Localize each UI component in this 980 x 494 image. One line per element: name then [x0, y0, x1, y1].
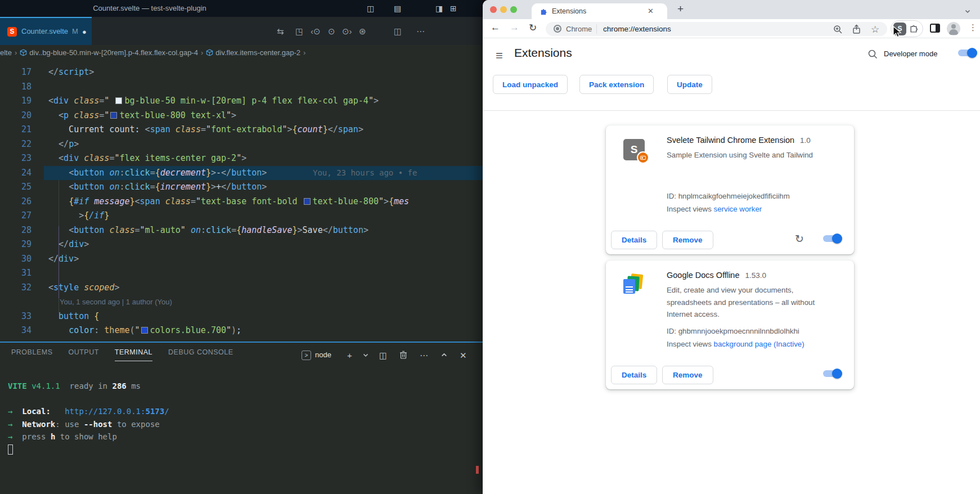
browser-tab-extensions[interactable]: Extensions ✕ [532, 3, 667, 19]
code-line[interactable]: 20 <p class="text-blue-800 text-xl"> [0, 109, 483, 123]
remove-button[interactable]: Remove [662, 366, 713, 384]
pack-extension-button[interactable]: Pack extension [579, 75, 654, 94]
maximize-panel-icon[interactable] [440, 351, 448, 360]
previous-change-icon[interactable]: ‹⊙ [311, 26, 321, 37]
code-line[interactable]: 22 </p> [0, 137, 483, 152]
open-changes-icon[interactable]: ◳ [295, 26, 303, 37]
breadcrumb-item[interactable]: div.flex.items-center.gap-2 [215, 48, 300, 57]
breadcrumb[interactable]: elte›div..bg-blue-50.min-w-[20rem].p-4.f… [0, 45, 483, 61]
macos-zoom-button[interactable] [510, 6, 517, 13]
code-line[interactable]: 29 </div> [0, 237, 483, 252]
inspect-view-link[interactable]: service worker [714, 205, 762, 213]
search-icon[interactable] [867, 49, 878, 61]
profile-avatar[interactable] [947, 22, 960, 35]
tab-search-chevron-icon[interactable] [964, 7, 971, 17]
remove-button[interactable]: Remove [662, 231, 713, 249]
split-editor-icon[interactable]: ◫ [394, 26, 402, 37]
new-tab-button[interactable]: + [677, 3, 684, 15]
code-line[interactable]: 26 {#if message}<span class="text-base f… [0, 195, 483, 209]
developer-mode-toggle[interactable] [958, 48, 977, 58]
code-line[interactable]: 33 button { [0, 309, 483, 324]
next-change-icon[interactable]: ⊙› [342, 26, 352, 37]
code-line[interactable]: 17</script> [0, 65, 483, 80]
extension-enabled-toggle[interactable] [823, 369, 842, 379]
page-menu-hamburger-icon[interactable]: ≡ [496, 48, 503, 63]
code-token: } [206, 182, 211, 192]
toggle-secondary-sidebar-icon[interactable]: ◨ [435, 3, 443, 14]
update-button[interactable]: Update [667, 75, 712, 94]
code-line[interactable]: 18 [0, 80, 483, 95]
more-actions-icon[interactable]: ⋯ [416, 26, 425, 37]
toggle-primary-sidebar-icon[interactable]: ◫ [367, 3, 374, 14]
code-token [69, 110, 74, 120]
panel-tab-output[interactable]: OUTPUT [68, 348, 98, 361]
zoom-indicator-icon[interactable] [833, 24, 843, 37]
terminal-shell-name[interactable]: node [315, 351, 331, 359]
extension-enabled-toggle[interactable] [823, 233, 842, 244]
bookmark-star-icon[interactable]: ☆ [871, 24, 879, 35]
code-line[interactable]: 30</div> [0, 252, 483, 267]
code-token [48, 110, 59, 120]
code-line[interactable]: You, 1 second ago | 1 author (You) [0, 295, 483, 309]
code-line[interactable]: 21 Current count: <span class="font-extr… [0, 123, 483, 137]
code-token [48, 196, 69, 206]
code-token: colors.blue.700 [150, 325, 226, 335]
extensions-favicon-puzzle-icon [540, 7, 548, 18]
run-icon[interactable]: ⊛ [359, 26, 366, 37]
close-panel-icon[interactable]: ✕ [460, 351, 467, 361]
panel-tab-terminal[interactable]: TERMINAL [115, 348, 152, 361]
vscode-titlebar[interactable]: Counter.svelte — test-svelte-plugin ◫▤◨⊞ [0, 0, 483, 17]
code-token: > [363, 225, 368, 235]
customize-layout-icon[interactable]: ⊞ [450, 3, 457, 14]
site-info-icon[interactable] [554, 25, 561, 33]
code-token: " [135, 325, 140, 335]
extension-card: Google Docs Offline1.53.0Edit, create an… [606, 261, 854, 389]
code-line[interactable]: 27 >{/if} [0, 209, 483, 223]
forward-button[interactable]: → [510, 22, 519, 33]
panel-tab-debug-console[interactable]: DEBUG CONSOLE [168, 348, 233, 361]
terminal-dropdown-icon[interactable] [362, 351, 369, 360]
address-bar[interactable]: Chrome chrome://extensions ☆ [546, 22, 887, 36]
toggle-panel-icon[interactable]: ▤ [394, 3, 401, 14]
load-unpacked-button[interactable]: Load unpacked [493, 75, 568, 94]
editor-tab-counter-svelte[interactable]: S Counter.svelte M ● [0, 17, 92, 45]
details-button[interactable]: Details [611, 366, 657, 384]
code-token [48, 210, 79, 221]
share-icon[interactable] [852, 24, 861, 37]
compare-changes-icon[interactable]: ⇆ [277, 26, 284, 37]
url-text[interactable]: chrome://extensions [603, 25, 671, 33]
code-line[interactable]: 25 <button on:click={increment}>+</butto… [0, 180, 483, 195]
panel-tab-problems[interactable]: PROBLEMS [11, 348, 52, 361]
code-line[interactable]: 34 color: theme("colors.blue.700"); [0, 324, 483, 338]
close-tab-icon[interactable]: ✕ [648, 7, 654, 15]
inspect-view-link[interactable]: background page (Inactive) [714, 340, 804, 348]
breadcrumb-item[interactable]: elte [0, 48, 12, 57]
macos-minimize-button[interactable] [500, 6, 507, 13]
new-terminal-icon[interactable]: + [347, 351, 352, 360]
reload-extension-icon[interactable]: ↻ [795, 232, 804, 245]
macos-close-button[interactable] [490, 6, 497, 13]
code-editor[interactable]: 17</script>1819<div class=" bg-blue-50 m… [0, 61, 483, 342]
line-number: 24 [0, 166, 32, 181]
code-token [160, 196, 165, 206]
reload-button[interactable]: ↻ [529, 22, 537, 34]
browser-menu-kebab-icon[interactable]: ⋮ [969, 23, 977, 33]
more-terminal-icon[interactable]: ⋯ [420, 351, 428, 361]
extension-card: SSvelete Tailwind Chrome Extension1.0Sam… [606, 125, 854, 254]
code-line[interactable]: 23 <div class="flex items-center gap-2"> [0, 151, 483, 166]
code-token: < [69, 182, 74, 192]
back-button[interactable]: ← [491, 22, 500, 33]
code-line[interactable]: 32<style scoped> [0, 281, 483, 295]
code-line[interactable]: 28 <button class="ml-auto" on:click={han… [0, 223, 483, 238]
kill-terminal-icon[interactable] [399, 351, 407, 361]
side-panel-icon[interactable] [930, 24, 940, 33]
current-change-icon[interactable]: ⊙ [328, 26, 335, 37]
extensions-puzzle-icon[interactable] [909, 24, 919, 35]
code-line[interactable]: 24 <button on:click={decrement}>-</butto… [0, 166, 483, 181]
code-line[interactable]: 31 [0, 266, 483, 281]
details-button[interactable]: Details [611, 231, 657, 249]
code-line[interactable]: 19<div class=" bg-blue-50 min-w-[20rem] … [0, 94, 483, 109]
breadcrumb-item[interactable]: div..bg-blue-50.min-w-[20rem].p-4.flex.f… [29, 48, 198, 57]
split-terminal-icon[interactable]: ◫ [379, 351, 387, 361]
terminal-output[interactable]: VITE v4.1.1 ready in 286 ms → Local: htt… [8, 380, 169, 456]
